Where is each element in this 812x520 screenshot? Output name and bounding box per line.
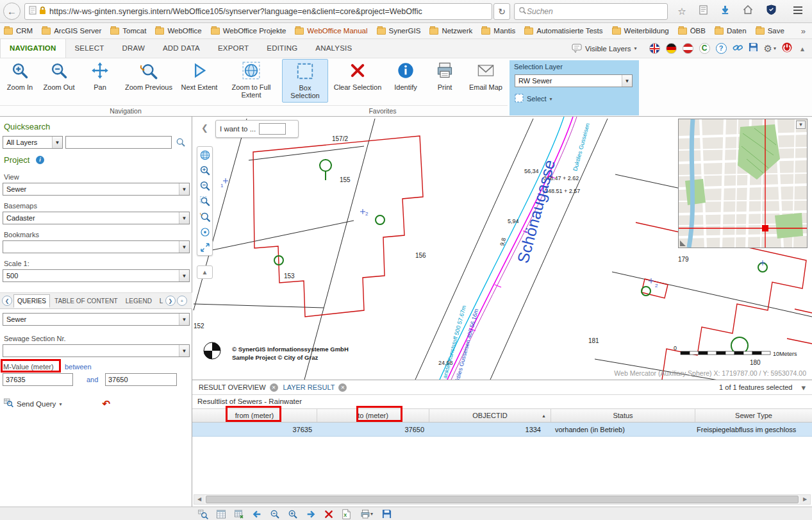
- quicksearch-input[interactable]: [65, 136, 172, 149]
- tab-table-of-content[interactable]: TABLE OF CONTENT: [51, 295, 121, 307]
- full-extent-globe-icon[interactable]: [198, 148, 211, 162]
- tabs-more-button[interactable]: +: [177, 296, 187, 306]
- column-header-sewer-type[interactable]: Sewer Type: [695, 409, 812, 422]
- bookmark-item[interactable]: Mantis: [481, 27, 515, 35]
- close-icon[interactable]: ✕: [338, 383, 347, 392]
- bookmark-item[interactable]: Automatisierte Tests: [524, 27, 602, 35]
- map-tools-collapse-button[interactable]: ▲: [197, 265, 213, 279]
- remove-result-icon[interactable]: [323, 508, 334, 519]
- security-shield-icon[interactable]: [764, 4, 778, 19]
- tab-legend[interactable]: LEGEND: [122, 295, 155, 307]
- next-record-icon[interactable]: [305, 508, 316, 519]
- scroll-left-arrow[interactable]: ◀: [194, 495, 204, 504]
- zoom-window-tool-icon[interactable]: [198, 194, 211, 208]
- overview-map[interactable]: ▾: [678, 119, 808, 248]
- bookmark-item[interactable]: Weiterbildung: [612, 27, 669, 35]
- reload-button[interactable]: ↻: [493, 3, 510, 20]
- i-want-to-widget[interactable]: I want to ...: [215, 120, 299, 138]
- url-bar[interactable]: [24, 3, 492, 20]
- export-excel-icon[interactable]: X: [341, 508, 352, 519]
- bookmark-item[interactable]: SynerGIS: [377, 27, 421, 35]
- save-result-icon[interactable]: [381, 508, 392, 519]
- result-table-icon[interactable]: [215, 508, 226, 519]
- query-layer-select[interactable]: Sewer ▼: [3, 313, 190, 326]
- zoom-in-tool-icon[interactable]: [198, 164, 211, 177]
- settings-button[interactable]: ⚙▾: [764, 43, 776, 55]
- email-map-button[interactable]: Email Map: [465, 60, 506, 91]
- view-select[interactable]: Sewer ▼: [3, 183, 190, 196]
- tab-result-overview[interactable]: RESULT OVERVIEW ✕: [199, 383, 278, 392]
- scroll-right-arrow[interactable]: ▶: [800, 495, 810, 504]
- language-german-button[interactable]: [666, 43, 677, 54]
- i-want-to-input[interactable]: [259, 123, 286, 135]
- result-row-selected[interactable]: 37635 37650 1334 vorhanden (in Betrieb) …: [192, 423, 812, 437]
- url-input[interactable]: [49, 7, 488, 16]
- basemaps-select[interactable]: Cadaster ▼: [3, 212, 190, 224]
- next-extent-button[interactable]: Next Extent: [178, 60, 220, 91]
- bookmarks-overflow-chevron[interactable]: »: [801, 26, 808, 36]
- identify-button[interactable]: Identify: [388, 60, 423, 91]
- scale-select[interactable]: 500 ▼: [3, 269, 190, 282]
- bookmark-item[interactable]: Tomcat: [110, 27, 146, 35]
- attribute-table-icon[interactable]: [233, 508, 244, 519]
- reading-list-icon[interactable]: [696, 4, 710, 19]
- bookmark-item[interactable]: ÖBB: [678, 27, 706, 35]
- quicksearch-layer-select[interactable]: All Layers ▼: [3, 136, 63, 149]
- bookmark-item[interactable]: WebOffice Manual: [295, 27, 367, 35]
- zoom-full-extent-button[interactable]: Zoom to Full Extent: [224, 60, 278, 99]
- print-button[interactable]: Print: [428, 60, 461, 91]
- zoom-previous-tool-icon[interactable]: [198, 210, 211, 223]
- selection-layer-select[interactable]: RW Sewer ▼: [515, 74, 633, 87]
- overview-minimize-button[interactable]: ▾: [796, 121, 806, 129]
- panel-collapse-chevron[interactable]: ▾: [801, 383, 806, 392]
- bookmark-star-icon[interactable]: ☆: [675, 4, 689, 19]
- column-header-from[interactable]: from (meter): [192, 409, 317, 422]
- box-selection-button[interactable]: Box Selection: [282, 59, 328, 103]
- tab-draw[interactable]: DRAW: [113, 39, 154, 58]
- column-header-status[interactable]: Status: [551, 409, 695, 422]
- tab-export[interactable]: EXPORT: [209, 39, 258, 58]
- column-header-objectid[interactable]: OBJECTID▲: [429, 409, 551, 422]
- zoom-to-result-icon[interactable]: [197, 508, 208, 519]
- zoom-previous-button[interactable]: Zoom Previous: [123, 60, 174, 91]
- help-button[interactable]: ?: [716, 43, 727, 54]
- zoom-in-record-icon[interactable]: [287, 508, 298, 519]
- language-english-button[interactable]: [649, 43, 660, 54]
- quicksearch-go-icon[interactable]: [176, 137, 186, 150]
- tab-analysis[interactable]: ANALYSIS: [306, 39, 361, 58]
- close-icon[interactable]: ✕: [270, 383, 278, 392]
- horizontal-scrollbar[interactable]: ◀ ▶: [194, 494, 811, 505]
- tab-queries[interactable]: QUERIES: [13, 294, 50, 308]
- bookmark-item[interactable]: WebOffice: [155, 27, 201, 35]
- select-tool-dropdown[interactable]: Select ▾: [515, 94, 552, 104]
- project-info-icon[interactable]: i: [36, 156, 44, 164]
- tabs-scroll-left-button[interactable]: ❮: [2, 296, 12, 306]
- browser-search-input[interactable]: [527, 7, 663, 16]
- clear-selection-button[interactable]: Clear Selection: [333, 60, 382, 91]
- visible-layers-button[interactable]: Visible Layers ▾: [572, 44, 636, 54]
- menu-hamburger-icon[interactable]: [791, 4, 805, 19]
- map-viewport[interactable]: 157/2 155 156 153 152 179 181 180 56,34 …: [192, 117, 812, 380]
- sidebar-collapse-chevron[interactable]: ❮: [201, 123, 208, 133]
- scrollbar-thumb[interactable]: [206, 496, 799, 503]
- pan-button[interactable]: Pan: [83, 60, 117, 91]
- logout-power-button[interactable]: [782, 42, 792, 55]
- tabs-scroll-right-button[interactable]: ❯: [165, 296, 176, 306]
- send-query-button[interactable]: Send Query ▾ ↶: [3, 398, 110, 410]
- center-map-tool-icon[interactable]: [198, 225, 211, 239]
- mvalue-to-input[interactable]: [105, 373, 177, 386]
- reset-query-icon[interactable]: ↶: [102, 398, 110, 410]
- print-result-button[interactable]: ▾: [359, 508, 374, 519]
- zoom-out-record-icon[interactable]: [269, 508, 280, 519]
- bookmarks-select[interactable]: ▼: [3, 240, 190, 253]
- language-austria-button[interactable]: [683, 43, 693, 54]
- tab-editing[interactable]: EDITING: [258, 39, 306, 58]
- mvalue-from-input[interactable]: [3, 373, 73, 386]
- tab-layer-result[interactable]: LAYER RESULT ✕: [283, 383, 347, 392]
- tab-add-data[interactable]: ADD DATA: [154, 39, 209, 58]
- tab-select[interactable]: SELECT: [66, 39, 113, 58]
- share-link-icon[interactable]: [733, 42, 743, 55]
- bookmark-item[interactable]: CRM: [4, 27, 33, 35]
- save-session-icon[interactable]: [749, 42, 758, 55]
- collapse-ribbon-chevron[interactable]: ▴: [798, 44, 807, 53]
